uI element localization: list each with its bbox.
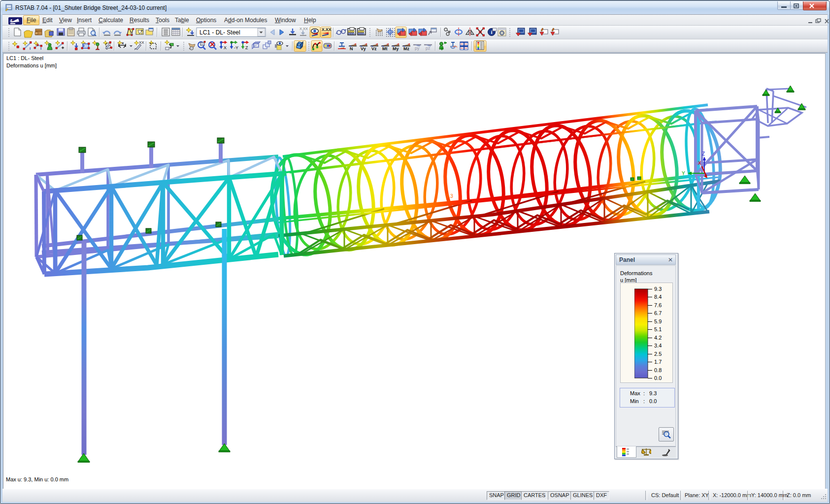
svg-text:N: N <box>350 46 353 51</box>
svg-text:X: X <box>224 45 227 50</box>
svg-text:-Y: -Y <box>234 45 238 50</box>
svg-text:LC1 - DL- Steel: LC1 - DL- Steel <box>199 29 240 36</box>
svg-text:±: ± <box>141 28 143 32</box>
svg-text:Z: Z <box>245 45 248 50</box>
svg-text:9.3: 9.3 <box>446 193 453 199</box>
svg-text:X.XX: X.XX <box>299 27 308 31</box>
svg-text:4: 4 <box>10 18 12 23</box>
svg-text:X: X <box>698 160 701 166</box>
svg-text:I: I <box>30 46 31 51</box>
svg-text:py: py <box>415 46 420 51</box>
svg-text:Mt: Mt <box>382 46 388 51</box>
svg-text:Y: Y <box>682 171 685 176</box>
svg-text:My: My <box>393 46 399 51</box>
svg-text:Vy: Vy <box>361 46 366 51</box>
svg-text:i: i <box>491 29 493 35</box>
svg-text:I: I <box>40 46 41 51</box>
svg-text:Mz: Mz <box>403 46 409 51</box>
svg-text:x: x <box>122 41 124 45</box>
svg-text:pz: pz <box>426 46 431 51</box>
svg-text:X.XX: X.XX <box>322 27 332 32</box>
svg-text:Z: Z <box>702 151 705 157</box>
svg-text:Vz: Vz <box>371 46 377 51</box>
